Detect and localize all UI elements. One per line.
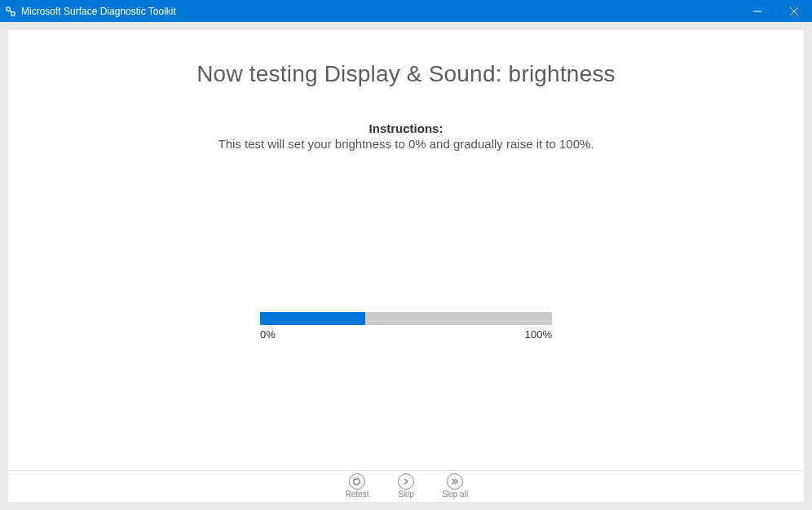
close-button[interactable] [775, 0, 812, 22]
retest-button[interactable]: Retest [342, 473, 372, 499]
retest-label: Retest [346, 490, 369, 499]
skipall-label: Skip all [442, 490, 468, 499]
skipall-icon [447, 473, 463, 490]
skip-icon [398, 473, 414, 490]
window-title: Microsoft Surface Diagnostic Toolkit [21, 6, 739, 17]
skip-label: Skip [398, 490, 413, 499]
skipall-button[interactable]: Skip all [440, 473, 470, 499]
app-icon [0, 6, 21, 17]
bottom-bar: Retest Skip Skip all [8, 470, 804, 502]
progress-bar [260, 312, 552, 325]
instructions-block: Instructions: This test will set your br… [8, 121, 804, 151]
minimize-button[interactable] [739, 0, 775, 22]
instructions-text: This test will set your brightness to 0%… [8, 137, 804, 151]
content-wrapper: Now testing Display & Sound: brightness … [0, 22, 812, 510]
page-heading: Now testing Display & Sound: brightness [8, 61, 804, 87]
progress-fill [260, 312, 365, 325]
skip-button[interactable]: Skip [391, 473, 421, 499]
window-controls [739, 0, 812, 22]
svg-point-1 [11, 11, 15, 15]
retest-icon [349, 473, 365, 490]
progress-min-label: 0% [260, 328, 276, 341]
instructions-label: Instructions: [8, 121, 804, 135]
content-panel: Now testing Display & Sound: brightness … [8, 30, 804, 502]
svg-point-0 [7, 7, 11, 11]
progress-labels: 0% 100% [260, 328, 552, 341]
progress-block: 0% 100% [8, 312, 804, 341]
progress-max-label: 100% [525, 328, 552, 341]
titlebar: Microsoft Surface Diagnostic Toolkit [0, 0, 812, 22]
